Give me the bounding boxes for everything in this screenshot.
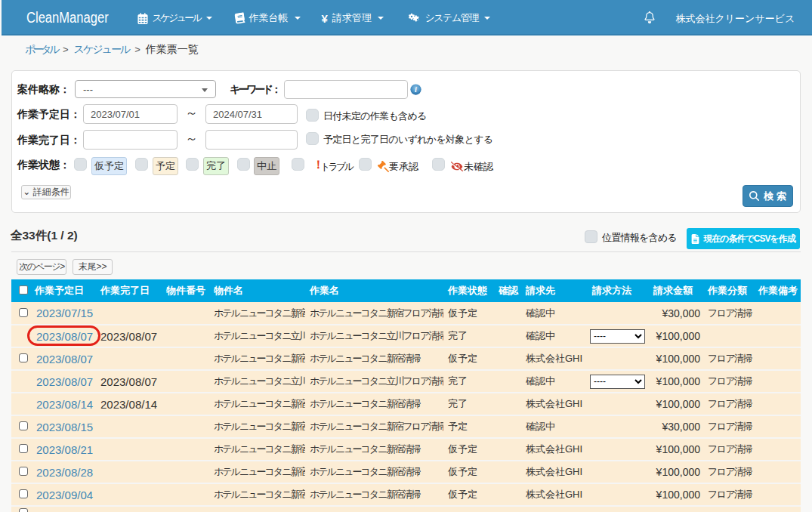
svg-text:i: i	[415, 85, 417, 94]
